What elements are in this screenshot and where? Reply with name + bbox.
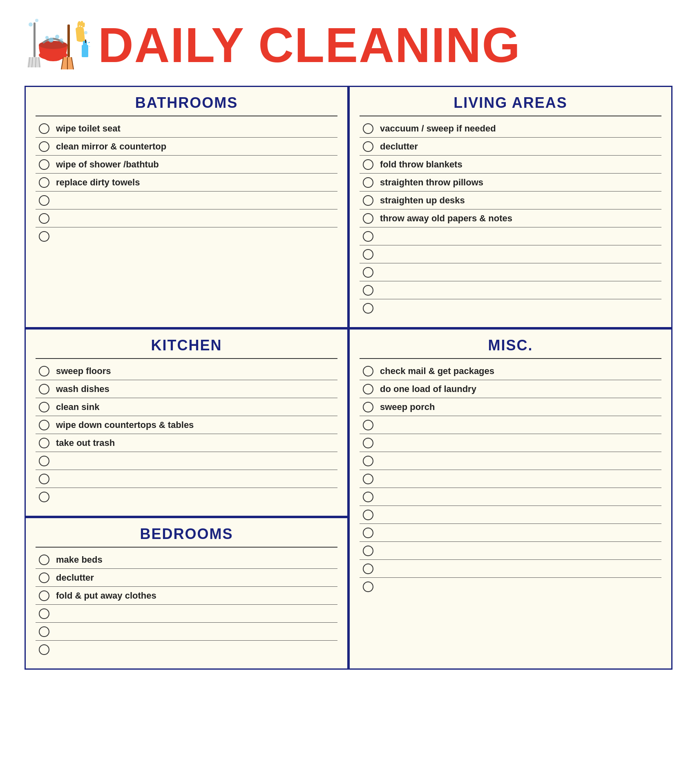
checkbox-circle[interactable] — [39, 420, 49, 430]
checkbox-circle[interactable] — [363, 456, 373, 466]
list-item[interactable] — [36, 452, 337, 470]
list-item[interactable] — [36, 209, 337, 227]
checkbox-circle[interactable] — [363, 492, 373, 502]
checkbox-circle[interactable] — [363, 213, 373, 224]
list-item[interactable]: clean mirror & countertop — [36, 138, 337, 156]
list-item[interactable] — [36, 488, 337, 506]
checkbox-circle[interactable] — [39, 572, 49, 583]
list-item[interactable] — [36, 192, 337, 209]
checkbox-circle[interactable] — [363, 123, 373, 134]
list-item[interactable]: wipe of shower /bathtub — [36, 156, 337, 174]
checkbox-circle[interactable] — [39, 195, 49, 206]
svg-point-18 — [29, 22, 33, 27]
list-item[interactable] — [360, 488, 661, 506]
checkbox-circle[interactable] — [363, 402, 373, 412]
checkbox-circle[interactable] — [39, 177, 49, 188]
checkbox-circle[interactable] — [363, 177, 373, 188]
checkbox-circle[interactable] — [39, 456, 49, 466]
checkbox-circle[interactable] — [39, 213, 49, 224]
item-label: straighten up desks — [380, 195, 465, 206]
checkbox-circle[interactable] — [39, 366, 49, 376]
cleaning-icon — [25, 16, 90, 74]
svg-point-4 — [60, 38, 63, 42]
list-item[interactable]: straighten throw pillows — [360, 174, 661, 192]
list-item[interactable] — [36, 623, 337, 641]
list-item[interactable] — [360, 524, 661, 542]
checkbox-circle[interactable] — [39, 141, 49, 152]
checkbox-circle[interactable] — [363, 510, 373, 520]
list-item[interactable] — [360, 578, 661, 596]
list-item[interactable] — [360, 470, 661, 488]
item-label: sweep porch — [380, 402, 435, 412]
checkbox-circle[interactable] — [39, 626, 49, 637]
checkbox-circle[interactable] — [363, 564, 373, 574]
list-item[interactable]: fold throw blankets — [360, 156, 661, 174]
checkbox-circle[interactable] — [39, 159, 49, 170]
checkbox-circle[interactable] — [39, 123, 49, 134]
item-label: sweep floors — [56, 366, 111, 376]
checkbox-circle[interactable] — [363, 141, 373, 152]
list-item[interactable]: wipe toilet seat — [36, 120, 337, 138]
list-item[interactable]: declutter — [36, 569, 337, 587]
list-item[interactable]: replace dirty towels — [36, 174, 337, 192]
list-item[interactable]: throw away old papers & notes — [360, 209, 661, 227]
list-item[interactable]: take out trash — [36, 434, 337, 452]
checkbox-circle[interactable] — [363, 159, 373, 170]
checkbox-circle[interactable] — [363, 366, 373, 376]
list-item[interactable]: straighten up desks — [360, 192, 661, 209]
checkbox-circle[interactable] — [363, 384, 373, 394]
item-label: straighten throw pillows — [380, 177, 483, 188]
checkbox-circle[interactable] — [39, 231, 49, 242]
checkbox-circle[interactable] — [39, 402, 49, 412]
list-item[interactable] — [360, 434, 661, 452]
checkbox-circle[interactable] — [363, 195, 373, 206]
list-item[interactable] — [360, 560, 661, 578]
list-item[interactable]: make beds — [36, 551, 337, 569]
checkbox-circle[interactable] — [363, 285, 373, 296]
list-item[interactable] — [36, 605, 337, 623]
checkbox-circle[interactable] — [363, 249, 373, 260]
list-item[interactable]: sweep porch — [360, 398, 661, 416]
list-item[interactable]: fold & put away clothes — [36, 587, 337, 605]
list-item[interactable]: wipe down countertops & tables — [36, 416, 337, 434]
checkbox-circle[interactable] — [39, 555, 49, 565]
checkbox-circle[interactable] — [39, 474, 49, 484]
list-item[interactable]: clean sink — [36, 398, 337, 416]
checkbox-circle[interactable] — [363, 528, 373, 538]
list-item[interactable]: check mail & get packages — [360, 362, 661, 380]
checkbox-circle[interactable] — [363, 267, 373, 278]
checkbox-circle[interactable] — [39, 492, 49, 502]
list-item[interactable]: declutter — [360, 138, 661, 156]
list-item[interactable] — [360, 263, 661, 281]
svg-rect-17 — [85, 40, 86, 43]
checkbox-circle[interactable] — [363, 303, 373, 314]
checkbox-circle[interactable] — [363, 231, 373, 242]
list-item[interactable]: sweep floors — [36, 362, 337, 380]
checkbox-circle[interactable] — [39, 644, 49, 655]
list-item[interactable] — [36, 641, 337, 659]
list-item[interactable]: vaccuum / sweep if needed — [360, 120, 661, 138]
list-item[interactable] — [36, 470, 337, 488]
list-item[interactable] — [360, 227, 661, 245]
checkbox-circle[interactable] — [363, 474, 373, 484]
page-title: DAILY CLEANING — [98, 20, 521, 69]
list-item[interactable] — [360, 416, 661, 434]
list-item[interactable] — [360, 506, 661, 524]
checkbox-circle[interactable] — [39, 438, 49, 448]
list-item[interactable] — [360, 452, 661, 470]
checkbox-circle[interactable] — [363, 438, 373, 448]
svg-point-19 — [35, 19, 38, 22]
list-item[interactable] — [360, 299, 661, 317]
checkbox-circle[interactable] — [363, 581, 373, 592]
checkbox-circle[interactable] — [363, 546, 373, 556]
checkbox-circle[interactable] — [363, 420, 373, 430]
checkbox-circle[interactable] — [39, 590, 49, 601]
list-item[interactable] — [360, 281, 661, 299]
list-item[interactable]: wash dishes — [36, 380, 337, 398]
list-item[interactable] — [360, 245, 661, 263]
list-item[interactable]: do one load of laundry — [360, 380, 661, 398]
checkbox-circle[interactable] — [39, 608, 49, 619]
list-item[interactable] — [360, 542, 661, 560]
list-item[interactable] — [36, 227, 337, 245]
checkbox-circle[interactable] — [39, 384, 49, 394]
